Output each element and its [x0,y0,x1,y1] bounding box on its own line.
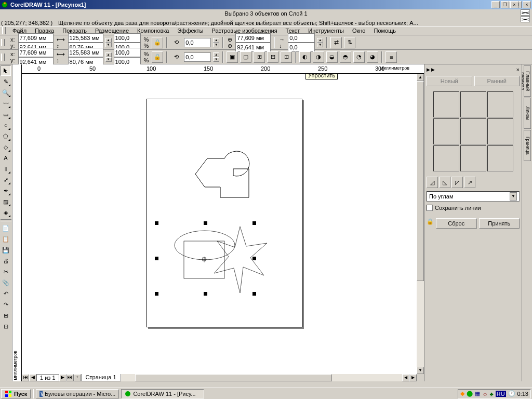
preset-2[interactable]: ◺ [439,177,450,188]
task-coreldraw[interactable]: CorelDRAW 11 - [Рису... [121,389,204,398]
polygon-tool[interactable]: ⬠ [1,131,11,141]
no-outline-icon[interactable] [521,16,530,22]
rectangle-tool[interactable]: ▭ [1,109,11,119]
doc-restore-button[interactable]: ❐ [501,1,509,8]
propbar-grip[interactable] [1,39,5,46]
basic-shapes-tool[interactable]: ◇ [1,142,11,152]
preset-1[interactable]: ◿ [427,177,438,188]
preset-3[interactable]: ◸ [451,177,463,188]
interactive-blend-tool[interactable]: ⫴ [1,164,11,174]
menu-help[interactable]: Помощь [369,27,400,34]
rot2-field[interactable]: 0,0 [184,52,211,62]
sel-handle-ml[interactable] [155,257,158,260]
lock-ratio-button[interactable]: 🔒 [152,37,163,48]
page-first[interactable]: ⏮ [22,374,29,381]
align-button[interactable]: ≡ [385,51,397,63]
sel-handle-bc[interactable] [204,292,207,296]
doc-close-button[interactable]: × [510,1,518,8]
weld-button[interactable]: ◐ [299,51,311,63]
task-word[interactable]: W Булевы операции - Micro... [36,389,119,398]
w2-field[interactable]: 125,583 мм [68,48,103,57]
tray-icon-3[interactable]: ▦ [475,390,480,397]
x-position-field[interactable]: 77,609 мм [18,33,54,43]
shape-tool[interactable]: ✎ [1,76,11,87]
propbar2-grip[interactable] [1,54,5,61]
rotation-field[interactable]: 0,0 [184,38,211,47]
tray-icon-2[interactable]: ⬤ [467,390,473,397]
ellipse-tool[interactable]: ○ [1,120,11,130]
page-prev[interactable]: ◀ [29,374,36,381]
interactive-fill-tool[interactable]: ◈ [1,207,11,218]
extra-tool-7[interactable]: ↶ [1,288,11,299]
group-button[interactable]: ⊞ [254,51,265,63]
page-add[interactable]: + [74,374,81,381]
pick-tool[interactable] [1,65,11,76]
sel-handle-mr[interactable] [252,257,256,260]
mirror-v-button[interactable]: ⇅ [344,37,355,48]
front-minus-back-button[interactable]: ◔ [353,51,365,63]
scrollbar-horizontal[interactable] [121,374,402,381]
fill-tool[interactable]: ▨ [1,196,11,207]
tray-icon-4[interactable]: ☼ [482,391,487,397]
sel-handle-bl[interactable] [155,292,158,296]
ungroup-button[interactable]: ⊟ [267,51,278,63]
accept-button[interactable]: Принять [479,218,520,229]
language-indicator[interactable]: RU [496,391,506,397]
sel-handle-tc[interactable] [204,221,207,225]
doc-minimize-button[interactable]: _ [491,1,500,8]
docker-new-button[interactable]: Новый [427,76,472,86]
intersect-button[interactable]: ◒ [326,51,338,63]
zoom-tool[interactable]: 🔍 [1,87,11,98]
docker-early-button[interactable]: Ранний [474,76,520,86]
extra-tool-10[interactable]: ⊡ [1,321,11,331]
selected-objects[interactable] [167,227,271,299]
text-tool[interactable]: A [1,153,11,163]
extra-tool-2[interactable]: 📋 [1,234,11,244]
eyedropper-tool[interactable]: ⤢ [1,175,11,185]
center-y-field[interactable]: 92,641 мм [235,43,271,52]
to-front-button[interactable]: ▣ [227,51,238,63]
freehand-tool[interactable]: 〰 [1,98,11,109]
tray-icon-5[interactable]: ♣ [489,391,493,397]
page-tab[interactable]: Страница 1 [81,374,121,381]
extra-tool-5[interactable]: ✂ [1,267,11,277]
x2-field[interactable]: 77,609 мм [18,48,54,57]
mirror-h-button[interactable]: ⇄ [330,37,342,48]
lock2-button[interactable]: 🔒 [152,51,163,63]
tab-lens[interactable]: Линзы [524,98,531,129]
tray-icon-6[interactable]: 🕐 [508,390,515,397]
center-x-field[interactable]: 77,609 мм [235,33,271,43]
scale-x-field[interactable]: 100,0 [114,33,141,43]
page-next[interactable]: ▶ [59,374,66,381]
simplify-button[interactable]: ◓ [340,51,351,63]
preset-4[interactable]: ↗ [464,177,475,188]
sel-handle-tr[interactable] [252,221,256,225]
extra-tool-3[interactable]: 💾 [1,245,11,255]
extra-tool-9[interactable]: ⊞ [1,310,11,321]
corner-mode-dropdown[interactable]: По углам▼ [427,191,520,202]
extra-tool-1[interactable]: 📄 [1,223,11,233]
offset-x-field[interactable]: 0,0 [288,33,315,43]
canvas[interactable]: Упростить [22,74,417,374]
reset-button[interactable]: Сброс [436,218,477,229]
trim-button[interactable]: ◑ [313,51,324,63]
ungroup-all-button[interactable]: ⊡ [281,51,292,63]
page-last[interactable]: ⏭ [66,374,74,381]
menu-effects[interactable]: Эффекты [173,27,207,34]
save-lines-checkbox[interactable]: Сохранить линии [427,205,520,211]
tab-boundary[interactable]: Граница [524,130,531,161]
close-button[interactable]: × [523,1,531,8]
sel-handle-tl[interactable] [155,221,158,225]
sx2-field[interactable]: 100,0 [114,48,141,57]
tray-icon-1[interactable]: ◆ [460,390,464,397]
width-field[interactable]: 125,583 мм [68,33,103,43]
start-button[interactable]: Пуск [1,389,31,398]
to-back-button[interactable]: ▢ [240,51,251,63]
extra-tool-6[interactable]: 📎 [1,277,11,288]
preset-grid[interactable] [433,91,513,171]
sel-handle-br[interactable] [252,292,256,296]
welded-shape[interactable] [194,151,267,208]
menu-grip[interactable] [2,27,6,34]
extra-tool-4[interactable]: 🖨 [1,256,11,266]
docker-collapse-icon[interactable]: ▶▶ [427,67,436,72]
